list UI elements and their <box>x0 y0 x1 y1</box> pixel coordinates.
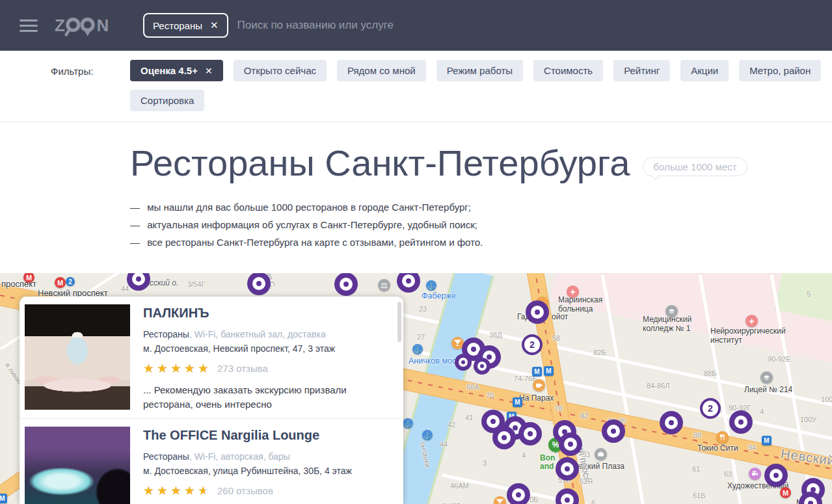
map-cluster-marker[interactable]: 2 <box>522 334 543 355</box>
map-label: Медицинский колледж № 1 <box>643 315 691 333</box>
map-label: 44 <box>121 284 129 293</box>
map-label: На Парах <box>519 393 554 403</box>
remove-filter-icon[interactable]: ✕ <box>205 66 213 76</box>
search-input[interactable] <box>237 19 511 32</box>
map-place-marker[interactable] <box>127 273 150 291</box>
map-place-marker[interactable] <box>729 410 753 434</box>
filter-pill-6[interactable]: Метро, район <box>739 60 821 81</box>
filter-pill-3[interactable]: Стоимость <box>533 60 603 81</box>
map-place-marker[interactable] <box>764 464 788 487</box>
map-place-marker[interactable] <box>247 273 271 295</box>
map-label: 70 <box>486 391 494 400</box>
map-label: Аничков мост <box>409 356 460 365</box>
map-label: 42 <box>448 420 455 429</box>
map-label: 2/48В <box>442 501 461 504</box>
active-filter-label: Оценка 4.5+ <box>141 65 198 76</box>
map-label: 94 <box>748 443 756 452</box>
map-place-marker[interactable] <box>602 419 625 443</box>
filter-pill-row2-0[interactable]: Сортировка <box>130 90 204 111</box>
metro-sq-icon: М <box>532 367 542 377</box>
filter-pills-row1: Открыто сейчасРядом со мнойРежим работыС… <box>234 60 822 81</box>
map-place-marker[interactable] <box>507 483 530 504</box>
listing-card[interactable]: The OFFICE Nargilia LoungeРестораны, Wi-… <box>20 419 403 504</box>
map-place-marker[interactable] <box>526 300 549 324</box>
bullet-item: — мы нашли для вас больше 1000 ресторано… <box>130 198 832 216</box>
filter-pill-1[interactable]: Рядом со мной <box>337 60 426 81</box>
panel-scrollbar[interactable] <box>397 302 401 342</box>
scales-icon: ⚖ <box>378 279 390 291</box>
map-place-marker[interactable] <box>518 422 542 445</box>
listing-review-count[interactable]: 260 отзывов <box>217 485 273 496</box>
map-label: 90-92Е <box>768 354 790 364</box>
listing-rating: ★★★★★★★★★★273 отзыва <box>143 361 384 376</box>
map-label: 53Я <box>580 477 593 486</box>
star-icon: ★★ <box>157 361 170 376</box>
map-label: 68А <box>466 382 479 391</box>
map-place-marker[interactable] <box>334 273 358 296</box>
cup-icon <box>533 379 545 391</box>
svg-text:Z: Z <box>55 16 65 35</box>
map-place-marker[interactable] <box>492 426 516 449</box>
listing-review-snippet: ... Рекомендую заказать экскурсию призва… <box>143 383 384 412</box>
listing-address: м. Достоевская, Невский проспект, 47, 3 … <box>143 343 384 354</box>
map-label: 46АМ <box>450 481 469 490</box>
search-bar: Рестораны ✕ <box>143 13 511 38</box>
case-icon <box>595 448 607 460</box>
map-label: Фаберже <box>422 291 456 300</box>
map-cluster-marker[interactable]: 2 <box>700 398 721 419</box>
map-place-marker[interactable] <box>397 273 420 293</box>
map-place-marker[interactable] <box>660 411 683 434</box>
map-place-marker[interactable] <box>474 358 490 375</box>
remove-tag-icon[interactable]: ✕ <box>210 20 219 31</box>
metro-sq-icon: М <box>513 397 522 407</box>
listing-card[interactable]: ПАЛКИНЪРестораны, Wi-Fi, банкетный зал, … <box>20 297 403 418</box>
star-icon: ★★ <box>143 483 157 498</box>
star-icon: ★★ <box>143 361 157 376</box>
anchor-icon: ⚓ <box>412 344 423 354</box>
metro-red-icon: М <box>780 487 791 498</box>
map-label: 84-86Л <box>647 381 669 390</box>
map-label: 88 <box>693 431 701 440</box>
map-label: Токио Сити <box>697 444 738 453</box>
fork-icon <box>716 431 729 444</box>
filter-pill-2[interactable]: Режим работы <box>436 60 523 81</box>
bullet-list: — мы нашли для вас больше 1000 ресторано… <box>130 198 832 251</box>
listing-title[interactable]: The OFFICE Nargilia Lounge <box>143 428 384 443</box>
map-place-marker[interactable] <box>556 457 579 481</box>
movie-icon <box>749 468 761 480</box>
hamburger-menu-icon[interactable] <box>20 16 38 35</box>
listing-photo[interactable] <box>25 304 130 410</box>
filter-pills-row2: Сортировка <box>130 90 832 111</box>
zoon-logo-icon: Z N <box>55 12 114 38</box>
search-category-tag[interactable]: Рестораны ✕ <box>143 13 228 38</box>
filter-pill-0[interactable]: Открыто сейчас <box>234 60 327 81</box>
map-canvas[interactable]: ПАЛКИНЪРестораны, Wi-Fi, банкетный зал, … <box>0 273 832 504</box>
star-icon: ★★ <box>198 361 211 376</box>
filter-rating-active[interactable]: Оценка 4.5+ ✕ <box>130 60 223 81</box>
map-label: Мариинская больница <box>558 295 602 313</box>
listing-title[interactable]: ПАЛКИНЪ <box>143 306 384 321</box>
anchor-icon: ⚓ <box>426 280 436 291</box>
map-label: 44 <box>440 440 448 449</box>
places-count-badge: больше 1000 мест <box>643 157 747 176</box>
map-label: 100/ <box>821 395 832 404</box>
zoon-logo[interactable]: Z N <box>55 12 114 38</box>
filter-pill-5[interactable]: Акции <box>680 60 729 81</box>
map-label: 100У <box>800 415 816 424</box>
listing-photo[interactable] <box>25 427 130 504</box>
line2-icon: 2 <box>66 277 75 286</box>
map-place-marker[interactable] <box>559 432 582 456</box>
map-place-marker[interactable] <box>455 354 472 371</box>
filter-pill-4[interactable]: Рейтинг <box>613 60 670 81</box>
listing-categories: Рестораны, Wi-Fi, банкетный зал, доставк… <box>143 329 384 339</box>
page-title: Рестораны Санкт-Петербурга <box>130 142 630 183</box>
map-label: 3 <box>483 458 487 468</box>
map-label: 78 <box>554 404 562 413</box>
metro-sq-icon: М <box>0 494 7 503</box>
map-label: 61 <box>692 464 700 473</box>
listing-review-count[interactable]: 273 отзыва <box>217 363 268 374</box>
red-cross-icon: + <box>567 285 579 298</box>
top-navbar: Z N Рестораны ✕ <box>0 0 832 51</box>
listing-categories: Рестораны, Wi-Fi, авторская, бары <box>143 451 384 462</box>
map-label: 27 <box>417 332 425 341</box>
